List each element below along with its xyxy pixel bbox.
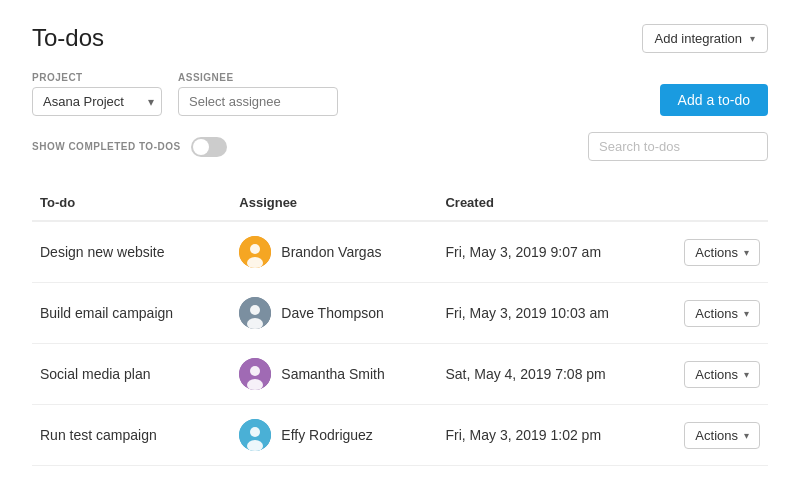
assignee-info: Effy Rodriguez (239, 419, 429, 451)
table-header-row: To-do Assignee Created (32, 185, 768, 221)
table-row: Social media plan Samantha SmithSat, May… (32, 344, 768, 405)
project-select-wrapper: Asana Project (32, 87, 162, 116)
add-todo-button[interactable]: Add a to-do (660, 84, 768, 116)
chevron-down-icon: ▾ (744, 369, 749, 380)
avatar (239, 297, 271, 329)
actions-cell: Actions▾ (652, 221, 768, 283)
actions-cell: Actions▾ (652, 283, 768, 344)
chevron-down-icon: ▾ (744, 308, 749, 319)
actions-button[interactable]: Actions▾ (684, 300, 760, 327)
col-header-actions (652, 185, 768, 221)
assignee-cell: Dave Thompson (231, 283, 437, 344)
assignee-info: Brandon Vargas (239, 236, 429, 268)
assignee-name: Effy Rodriguez (281, 427, 373, 443)
actions-cell: Actions▾ (652, 405, 768, 466)
table-row: Build email campaign Dave ThompsonFri, M… (32, 283, 768, 344)
todo-cell: Build email campaign (32, 283, 231, 344)
actions-label: Actions (695, 245, 738, 260)
col-header-assignee: Assignee (231, 185, 437, 221)
chevron-down-icon: ▾ (744, 247, 749, 258)
assignee-info: Samantha Smith (239, 358, 429, 390)
actions-button[interactable]: Actions▾ (684, 239, 760, 266)
assignee-cell: Effy Rodriguez (231, 405, 437, 466)
table-row: Design new website Brandon VargasFri, Ma… (32, 221, 768, 283)
add-integration-button[interactable]: Add integration ▾ (642, 24, 768, 53)
project-select[interactable]: Asana Project (32, 87, 162, 116)
created-cell: Fri, May 3, 2019 9:07 am (437, 221, 652, 283)
show-completed-toggle[interactable] (191, 137, 227, 157)
filters-row: PROJECT Asana Project ASSIGNEE Add a to-… (32, 72, 768, 116)
todo-cell: Design new website (32, 221, 231, 283)
todo-cell: Run test campaign (32, 405, 231, 466)
assignee-cell: Samantha Smith (231, 344, 437, 405)
add-integration-label: Add integration (655, 31, 742, 46)
assignee-cell: Brandon Vargas (231, 221, 437, 283)
avatar (239, 236, 271, 268)
col-header-created: Created (437, 185, 652, 221)
svg-point-4 (250, 305, 260, 315)
search-input[interactable] (588, 132, 768, 161)
actions-button[interactable]: Actions▾ (684, 361, 760, 388)
assignee-info: Dave Thompson (239, 297, 429, 329)
assignee-label: ASSIGNEE (178, 72, 338, 83)
assignee-name: Samantha Smith (281, 366, 385, 382)
actions-label: Actions (695, 367, 738, 382)
project-filter-group: PROJECT Asana Project (32, 72, 162, 116)
chevron-down-icon: ▾ (750, 33, 755, 44)
created-cell: Fri, May 3, 2019 10:03 am (437, 283, 652, 344)
avatar (239, 358, 271, 390)
project-label: PROJECT (32, 72, 162, 83)
actions-label: Actions (695, 306, 738, 321)
svg-point-10 (250, 427, 260, 437)
second-row: SHOW COMPLETED TO-DOS (32, 132, 768, 161)
avatar (239, 419, 271, 451)
assignee-name: Brandon Vargas (281, 244, 381, 260)
assignee-filter-group: ASSIGNEE (178, 72, 338, 116)
show-completed-group: SHOW COMPLETED TO-DOS (32, 137, 227, 157)
actions-button[interactable]: Actions▾ (684, 422, 760, 449)
created-cell: Fri, May 3, 2019 1:02 pm (437, 405, 652, 466)
chevron-down-icon: ▾ (744, 430, 749, 441)
todos-table: To-do Assignee Created Design new websit… (32, 185, 768, 466)
table-row: Run test campaign Effy RodriguezFri, May… (32, 405, 768, 466)
assignee-name: Dave Thompson (281, 305, 383, 321)
svg-point-7 (250, 366, 260, 376)
actions-label: Actions (695, 428, 738, 443)
col-header-todo: To-do (32, 185, 231, 221)
table-body: Design new website Brandon VargasFri, Ma… (32, 221, 768, 466)
assignee-input[interactable] (178, 87, 338, 116)
top-right-actions: Add integration ▾ (642, 24, 768, 53)
created-cell: Sat, May 4, 2019 7:08 pm (437, 344, 652, 405)
table-header: To-do Assignee Created (32, 185, 768, 221)
svg-point-1 (250, 244, 260, 254)
page-container: Add integration ▾ To-dos PROJECT Asana P… (0, 0, 800, 504)
todo-cell: Social media plan (32, 344, 231, 405)
show-completed-label: SHOW COMPLETED TO-DOS (32, 141, 181, 152)
actions-cell: Actions▾ (652, 344, 768, 405)
